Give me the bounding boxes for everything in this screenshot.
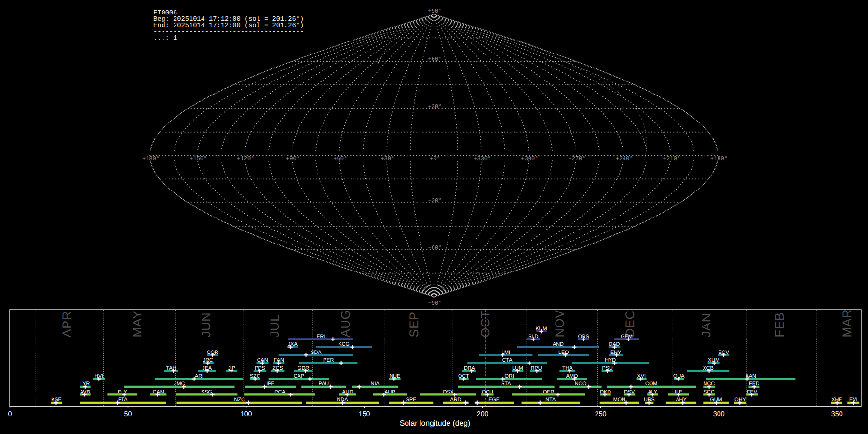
svg-text:AMO: AMO: [566, 373, 578, 379]
svg-text:LYR: LYR: [80, 381, 90, 387]
svg-text:+30°: +30°: [428, 103, 442, 110]
svg-text:LMI: LMI: [502, 350, 510, 355]
svg-text:AUR: AUR: [384, 389, 395, 395]
svg-text:HYD: HYD: [605, 357, 616, 363]
svg-text:THA: THA: [562, 366, 573, 371]
svg-text:+90°: +90°: [428, 8, 442, 14]
svg-text:DRA: DRA: [464, 366, 475, 371]
svg-text:SZC: SZC: [250, 373, 260, 379]
svg-text:0: 0: [8, 410, 12, 418]
svg-text:PSU: PSU: [602, 366, 612, 371]
svg-text:+90°: +90°: [286, 155, 300, 162]
svg-text:GEM: GEM: [621, 334, 633, 339]
svg-text:ORI: ORI: [505, 373, 514, 379]
svg-text:NTA: NTA: [545, 397, 556, 403]
svg-text:QUA: QUA: [673, 373, 685, 379]
svg-text:JIP: JIP: [228, 366, 235, 371]
svg-text:ERI: ERI: [316, 334, 325, 339]
svg-text:EHY: EHY: [610, 350, 621, 355]
svg-text:CAN: CAN: [257, 357, 268, 363]
svg-text:OCU: OCU: [482, 389, 493, 395]
svg-text:ILE: ILE: [675, 389, 682, 395]
svg-text:DAD: DAD: [609, 341, 620, 347]
svg-text:JAN: JAN: [700, 313, 713, 338]
svg-text:PER: PER: [323, 357, 334, 363]
svg-text:MAY: MAY: [131, 311, 144, 338]
svg-text:IPE: IPE: [266, 381, 274, 387]
svg-text:SSG: SSG: [201, 389, 212, 395]
svg-text:PCA: PCA: [274, 389, 285, 395]
svg-text:CAM: CAM: [153, 389, 164, 395]
svg-text:SDA: SDA: [311, 350, 322, 355]
svg-text:KUM: KUM: [535, 326, 547, 332]
svg-text:XCB: XCB: [703, 366, 713, 371]
svg-text:100: 100: [241, 410, 252, 418]
svg-text:−60°: −60°: [428, 244, 442, 251]
svg-text:JUN: JUN: [200, 312, 213, 338]
svg-text:JXA: JXA: [288, 341, 298, 347]
svg-text:+300°: +300°: [521, 155, 538, 162]
svg-text:+270°: +270°: [568, 155, 585, 162]
svg-text:+120°: +120°: [237, 155, 254, 162]
svg-text:+240°: +240°: [616, 155, 633, 162]
svg-text:RPU: RPU: [531, 366, 542, 371]
svg-text:SCC: SCC: [704, 389, 715, 395]
svg-text:ORS: ORS: [578, 334, 589, 339]
svg-text:GDR: GDR: [298, 366, 309, 371]
svg-text:AHY: AHY: [676, 397, 686, 403]
svg-text:JMC: JMC: [174, 381, 185, 387]
svg-text:...: 1: ...: 1: [153, 35, 177, 42]
svg-text:+330°: +330°: [474, 155, 491, 162]
svg-text:AND: AND: [553, 341, 564, 347]
svg-text:350: 350: [831, 410, 843, 418]
svg-text:PAU: PAU: [319, 381, 329, 387]
svg-text:+150°: +150°: [190, 155, 207, 162]
svg-text:250: 250: [595, 410, 607, 418]
svg-text:GUM: GUM: [710, 397, 722, 403]
svg-text:50: 50: [124, 410, 132, 418]
svg-text:FEV: FEV: [747, 389, 758, 395]
svg-text:TAH: TAH: [166, 366, 176, 371]
svg-text:200: 200: [477, 410, 488, 418]
svg-text:ZCS: ZCS: [272, 366, 283, 371]
svg-text:URS: URS: [644, 397, 655, 403]
svg-text:150: 150: [359, 410, 370, 418]
svg-text:PPS: PPS: [255, 366, 265, 371]
svg-text:LEO: LEO: [558, 350, 569, 355]
svg-text:AUG: AUG: [339, 310, 353, 338]
svg-text:+0°: +0°: [430, 155, 440, 162]
svg-text:Solar longitude (deg): Solar longitude (deg): [400, 420, 471, 428]
svg-text:NZC: NZC: [234, 397, 244, 403]
svg-text:ALY: ALY: [648, 389, 657, 395]
svg-text:SLD: SLD: [528, 334, 538, 339]
svg-text:+60°: +60°: [428, 56, 442, 63]
svg-text:KSE: KSE: [51, 397, 62, 403]
svg-text:NIA: NIA: [371, 381, 380, 387]
svg-text:MON: MON: [613, 397, 625, 403]
svg-text:+180°: +180°: [142, 155, 160, 162]
svg-text:XVI: XVI: [637, 373, 645, 379]
svg-text:−90°: −90°: [428, 300, 442, 307]
svg-text:JRC: JRC: [203, 357, 213, 363]
svg-text:CTA: CTA: [502, 357, 513, 363]
svg-text:FED: FED: [749, 381, 760, 387]
svg-text:ARI: ARI: [195, 373, 203, 379]
svg-text:OHY: OHY: [734, 397, 746, 403]
svg-text:MAR: MAR: [841, 309, 854, 337]
svg-text:NOV: NOV: [553, 310, 567, 338]
svg-text:FAN: FAN: [274, 357, 284, 363]
svg-text:AVB: AVB: [80, 389, 90, 395]
svg-text:JEA: JEA: [202, 366, 212, 371]
svg-text:XUM: XUM: [708, 357, 719, 363]
svg-text:STA: STA: [501, 381, 511, 387]
svg-text:NDA: NDA: [337, 397, 349, 403]
svg-text:NOO: NOO: [575, 381, 587, 387]
svg-text:OER: OER: [543, 389, 555, 395]
svg-text:+180°: +180°: [710, 155, 728, 162]
svg-text:SPE: SPE: [406, 397, 417, 403]
svg-text:EVI: EVI: [849, 397, 857, 403]
svg-text:FTA: FTA: [118, 397, 128, 403]
svg-text:COR: COR: [207, 350, 218, 355]
svg-text:+210°: +210°: [663, 155, 680, 162]
svg-text:NUE: NUE: [389, 373, 400, 379]
